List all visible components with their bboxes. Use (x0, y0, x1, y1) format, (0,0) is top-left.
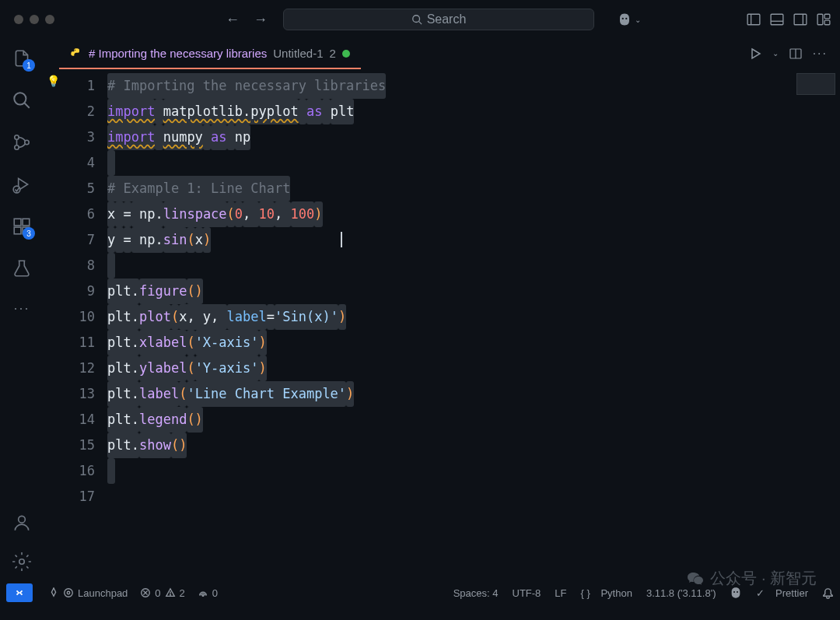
svg-point-34 (202, 595, 204, 597)
tab-filename: Untitled-1 (273, 47, 323, 60)
unsaved-dot-icon (342, 50, 350, 58)
svg-rect-4 (771, 14, 783, 25)
spaces-button[interactable]: Spaces: 4 (453, 587, 499, 599)
svg-point-11 (14, 93, 26, 104)
svg-rect-2 (747, 14, 760, 25)
svg-point-27 (65, 589, 73, 597)
search-icon (411, 14, 422, 25)
debug-icon[interactable] (12, 174, 32, 194)
svg-rect-6 (794, 14, 807, 25)
svg-point-33 (170, 594, 170, 595)
max-dot[interactable] (45, 15, 54, 24)
back-arrow-icon[interactable]: ← (226, 12, 240, 28)
svg-rect-21 (23, 219, 30, 226)
main-area: 1 3 ··· (0, 39, 840, 581)
source-control-icon[interactable] (12, 132, 32, 152)
panel-left-icon[interactable] (747, 12, 761, 26)
close-dot[interactable] (14, 15, 23, 24)
encoding-button[interactable]: UTF-8 (513, 587, 541, 599)
svg-point-15 (25, 140, 29, 144)
extensions-badge: 3 (23, 227, 35, 240)
svg-point-13 (15, 135, 19, 139)
minimap-viewport (796, 73, 835, 95)
tab-actions: ⌄ ··· (749, 47, 828, 61)
svg-rect-8 (817, 14, 823, 25)
notifications-icon[interactable] (822, 587, 834, 599)
svg-line-1 (418, 22, 422, 25)
code-content[interactable]: # Importing the necessary librariesimpor… (107, 68, 778, 581)
run-icon[interactable] (749, 47, 761, 60)
problems-button[interactable]: 0 2 (140, 587, 184, 599)
more-icon[interactable]: ··· (13, 300, 30, 317)
min-dot[interactable] (30, 15, 39, 24)
run-dropdown-icon[interactable]: ⌄ (772, 49, 779, 58)
svg-point-14 (15, 145, 19, 149)
lightbulb-icon[interactable]: 💡 (47, 75, 60, 87)
svg-point-0 (412, 16, 419, 23)
extensions-icon[interactable]: 3 (12, 216, 32, 236)
nav-arrows: ← → (226, 12, 268, 28)
tab-number: 2 (329, 47, 335, 60)
panel-right-icon[interactable] (793, 12, 807, 26)
editor-tab[interactable]: # Importing the necessary libraries Unti… (59, 40, 361, 69)
code-editor[interactable]: 💡 1234567891011121314151617 # Importing … (44, 68, 840, 581)
split-editor-icon[interactable] (789, 47, 802, 60)
ports-button[interactable]: 0 (198, 587, 218, 599)
remote-button[interactable] (6, 583, 33, 602)
layout-grid-icon[interactable] (817, 12, 831, 26)
explorer-badge: 1 (23, 59, 35, 72)
tab-bar: # Importing the necessary libraries Unti… (44, 39, 840, 68)
account-icon[interactable] (12, 513, 32, 533)
layout-controls (747, 12, 831, 26)
svg-rect-9 (824, 14, 830, 19)
settings-gear-icon[interactable] (12, 552, 32, 572)
svg-point-23 (19, 559, 25, 565)
svg-rect-10 (824, 20, 830, 25)
search-placeholder: Search (427, 12, 467, 26)
search-activity-icon[interactable] (12, 90, 32, 110)
python-file-icon (70, 47, 82, 60)
eol-button[interactable]: LF (555, 587, 566, 599)
wechat-icon (687, 569, 705, 588)
svg-rect-19 (14, 227, 21, 234)
watermark: 公众号 · 新智元 (687, 568, 817, 589)
svg-line-12 (24, 103, 30, 108)
copilot-icon (618, 12, 632, 26)
window-controls (9, 15, 54, 24)
svg-point-22 (19, 516, 26, 523)
line-numbers: 1234567891011121314151617 (59, 68, 107, 581)
svg-rect-18 (14, 219, 21, 226)
svg-point-28 (67, 591, 70, 594)
editor-area: # Importing the necessary libraries Unti… (44, 39, 840, 581)
panel-bottom-icon[interactable] (770, 12, 784, 26)
explorer-icon[interactable]: 1 (12, 48, 32, 68)
titlebar: ← → Search ⌄ (0, 0, 840, 39)
language-button[interactable]: { } Python (581, 587, 632, 599)
minimap[interactable] (778, 68, 840, 581)
copilot-dropdown[interactable]: ⌄ (618, 12, 641, 26)
search-bar[interactable]: Search (283, 9, 594, 30)
svg-marker-24 (752, 49, 760, 58)
tab-title: # Importing the necessary libraries (89, 47, 267, 60)
tab-more-icon[interactable]: ··· (813, 47, 828, 61)
chevron-down-icon: ⌄ (635, 16, 641, 24)
activity-bar: 1 3 ··· (0, 39, 44, 581)
launchpad-button[interactable]: Launchpad (48, 587, 128, 599)
forward-arrow-icon[interactable]: → (254, 12, 268, 28)
testing-icon[interactable] (12, 258, 32, 278)
text-cursor-icon (341, 232, 342, 247)
